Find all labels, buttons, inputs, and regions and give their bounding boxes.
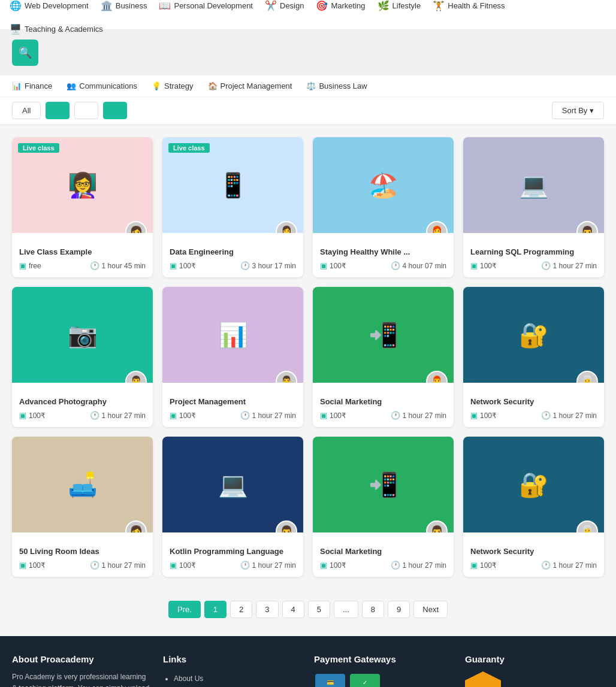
course-card-c9[interactable]: 🛋️ 👩 50 Living Room Ideas ▣ 100₹ 🕐 1 hou… — [12, 437, 153, 577]
course-thumb-c8: 🔐 👩‍🦳 — [463, 287, 604, 383]
course-duration-c11: 🕐 1 hour 27 min — [391, 561, 446, 570]
course-duration-c9: 🕐 1 hour 27 min — [90, 561, 146, 570]
search-button[interactable]: 🔍 — [12, 40, 38, 66]
course-duration-c10: 🕐 1 hour 27 min — [240, 561, 296, 570]
pagination-prev[interactable]: Pre. — [168, 601, 201, 618]
sub-nav-item-project-mgmt[interactable]: 🏠 Project Management — [208, 81, 292, 90]
footer-payment: Payment Gateways 💳 ✓ — [314, 654, 453, 687]
course-card-c7[interactable]: 📲 👨‍🦰 Social Marketing ▣ 100₹ 🕐 1 hour 2… — [313, 287, 454, 427]
course-thumb-bg-c3: 🏖️ — [313, 137, 454, 233]
footer-guaranty-title: Guaranty — [465, 654, 604, 664]
sub-nav-label-project-mgmt: Project Management — [221, 81, 292, 90]
top-nav-item-lifestyle[interactable]: 🌿 Lifestyle — [378, 0, 421, 11]
course-card-c2[interactable]: 📱 Live class 👩‍💼 Data Engineering ▣ 100₹… — [162, 137, 303, 277]
top-nav-item-design[interactable]: ✂️ Design — [265, 0, 304, 11]
course-thumb-bg-c11: 📲 — [313, 437, 454, 532]
course-info-c1: Live Class Example ▣ free 🕐 1 hour 45 mi… — [12, 233, 153, 277]
price-icon-c7: ▣ — [320, 411, 327, 420]
course-card-c4[interactable]: 💻 👨 Learning SQL Programming ▣ 100₹ 🕐 1 … — [463, 137, 604, 277]
payment-icon-2: ✓ — [350, 674, 380, 687]
course-thumb-bg-c12: 🔐 — [463, 437, 604, 532]
pagination-page-9[interactable]: 9 — [388, 601, 410, 618]
course-thumb-c5: 📷 👨‍🦱 — [12, 287, 153, 383]
course-card-c5[interactable]: 📷 👨‍🦱 Advanced Photography ▣ 100₹ 🕐 1 ho… — [12, 287, 153, 427]
clock-icon-c11: 🕐 — [391, 561, 400, 570]
sub-nav-item-business-law[interactable]: ⚖️ Business Law — [306, 81, 367, 90]
pagination-page-5[interactable]: 5 — [308, 601, 330, 618]
sub-nav-item-finance[interactable]: 📊 Finance — [12, 81, 52, 90]
course-title-c2: Data Engineering — [170, 247, 296, 256]
top-nav-item-personal-dev[interactable]: 📖 Personal Development — [159, 0, 253, 11]
nav-label-design: Design — [280, 1, 304, 10]
course-thumb-c10: 💻 👨 — [162, 437, 303, 532]
course-thumb-c6: 📊 👨‍💼 — [162, 287, 303, 383]
sub-nav-label-communications: Communications — [79, 81, 137, 90]
course-info-c10: Kotlin Programming Language ▣ 100₹ 🕐 1 h… — [162, 532, 303, 577]
course-card-c6[interactable]: 📊 👨‍💼 Project Management ▣ 100₹ 🕐 1 hour… — [162, 287, 303, 427]
pagination-page-1[interactable]: 1 — [204, 601, 227, 618]
course-info-c2: Data Engineering ▣ 100₹ 🕐 3 hour 17 min — [162, 233, 303, 277]
course-meta-c9: ▣ 100₹ 🕐 1 hour 27 min — [19, 561, 146, 570]
course-card-c3[interactable]: 🏖️ 👩‍🦰 Staying Healthy While ... ▣ 100₹ … — [313, 137, 454, 277]
sub-nav-item-strategy[interactable]: 💡 Strategy — [152, 81, 193, 90]
top-nav-item-teaching[interactable]: 🖥️ Teaching & Academics — [10, 23, 103, 35]
nav-label-marketing: Marketing — [331, 1, 365, 10]
footer-about-text: Pro Academy is very professional learnin… — [12, 671, 151, 687]
filter-all[interactable]: All — [12, 102, 41, 119]
top-nav-item-marketing[interactable]: 🎯 Marketing — [316, 0, 365, 11]
course-card-c8[interactable]: 🔐 👩‍🦳 Network Security ▣ 100₹ 🕐 1 hour 2… — [463, 287, 604, 427]
course-card-c1[interactable]: 👩‍🏫 Live class 👩 Live Class Example ▣ fr… — [12, 137, 153, 277]
clock-icon-c7: 🕐 — [391, 411, 400, 420]
course-duration-c6: 🕐 1 hour 27 min — [240, 411, 296, 420]
course-thumb-c1: 👩‍🏫 Live class 👩 — [12, 137, 153, 233]
course-thumb-c4: 💻 👨 — [463, 137, 604, 233]
footer-link-item[interactable]: About Us — [174, 671, 302, 686]
filter-3[interactable] — [74, 102, 98, 119]
nav-icon-marketing: 🎯 — [316, 0, 328, 11]
filter-4[interactable] — [103, 102, 127, 119]
course-info-c6: Project Management ▣ 100₹ 🕐 1 hour 27 mi… — [162, 383, 303, 427]
pagination-page-2[interactable]: 2 — [230, 601, 252, 618]
course-card-c12[interactable]: 🔐 👩‍🦳 Network Security ▣ 100₹ 🕐 1 hour 2… — [463, 437, 604, 577]
sub-nav-item-communications[interactable]: 👥 Communications — [67, 81, 137, 90]
course-meta-c8: ▣ 100₹ 🕐 1 hour 27 min — [470, 411, 597, 420]
clock-icon-c2: 🕐 — [240, 261, 250, 270]
course-card-c10[interactable]: 💻 👨 Kotlin Programming Language ▣ 100₹ 🕐… — [162, 437, 303, 577]
top-nav-item-health[interactable]: 🏋️ Health & Fitness — [433, 0, 505, 11]
course-title-c4: Learning SQL Programming — [470, 247, 597, 256]
course-duration-c12: 🕐 1 hour 27 min — [541, 561, 597, 570]
sub-nav-label-finance: Finance — [25, 81, 52, 90]
price-icon-c11: ▣ — [320, 561, 327, 570]
course-meta-c5: ▣ 100₹ 🕐 1 hour 27 min — [19, 411, 146, 420]
pagination-page-...[interactable]: ... — [334, 601, 358, 618]
course-meta-c10: ▣ 100₹ 🕐 1 hour 27 min — [170, 561, 296, 570]
course-price-c11: ▣ 100₹ — [320, 561, 346, 570]
pagination-page-4[interactable]: 4 — [282, 601, 304, 618]
pagination-page-3[interactable]: 3 — [256, 601, 278, 618]
live-badge-c1: Live class — [18, 143, 59, 153]
course-thumb-bg-c10: 💻 — [162, 437, 303, 532]
filter-2[interactable] — [46, 102, 70, 119]
pagination-page-8[interactable]: 8 — [362, 601, 384, 618]
course-price-c3: ▣ 100₹ — [320, 261, 346, 270]
course-info-c11: Social Marketing ▣ 100₹ 🕐 1 hour 27 min — [313, 532, 454, 577]
top-navigation: 🌐 Web Development🏛️ Business📖 Personal D… — [0, 0, 616, 30]
course-price-c8: ▣ 100₹ — [470, 411, 497, 420]
sort-by-button[interactable]: Sort By ▾ — [552, 102, 604, 119]
footer-about: About Proacademy Pro Academy is very pro… — [12, 654, 151, 687]
course-card-c11[interactable]: 📲 👨 Social Marketing ▣ 100₹ 🕐 1 hour 27 … — [313, 437, 454, 577]
course-thumb-bg-c7: 📲 — [313, 287, 454, 383]
course-price-c7: ▣ 100₹ — [320, 411, 346, 420]
course-meta-c4: ▣ 100₹ 🕐 1 hour 27 min — [470, 261, 597, 270]
course-title-c8: Network Security — [470, 397, 597, 406]
pagination-next[interactable]: Next — [413, 601, 448, 618]
top-nav-item-web-dev[interactable]: 🌐 Web Development — [10, 0, 89, 11]
course-thumb-bg-c6: 📊 — [162, 287, 303, 383]
course-duration-c1: 🕐 1 hour 45 min — [90, 261, 146, 270]
course-price-c5: ▣ 100₹ — [19, 411, 46, 420]
course-meta-c6: ▣ 100₹ 🕐 1 hour 27 min — [170, 411, 296, 420]
footer-about-title: About Proacademy — [12, 654, 151, 664]
sub-nav-icon-strategy: 💡 — [152, 81, 161, 90]
top-nav-item-business[interactable]: 🏛️ Business — [101, 0, 147, 11]
price-icon-c3: ▣ — [320, 261, 327, 270]
